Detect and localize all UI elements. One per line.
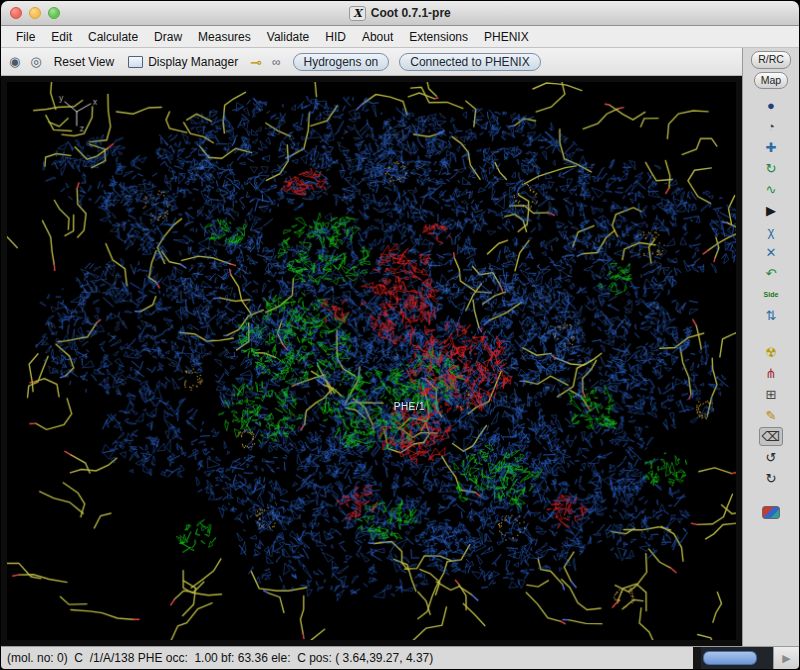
window-title: XCoot 0.7.1-pre (1, 6, 799, 20)
molecular-canvas[interactable] (7, 82, 736, 640)
redo-icon[interactable]: ↻ (759, 469, 783, 488)
reset-view-button[interactable]: Reset View (50, 54, 118, 70)
right-panel: R/RC Map ●◔✚↻∿▶χ✕↶Side⇅☢⋔⊞✎⌫↺↻ (742, 48, 799, 646)
go-to-ligand-icon[interactable]: ⊸ (248, 54, 264, 70)
menu-phenix[interactable]: PHENIX (477, 29, 536, 45)
map-button[interactable]: Map (754, 72, 788, 90)
menu-bar: File Edit Calculate Draw Measures Valida… (1, 26, 799, 48)
horizontal-scrollbar[interactable] (701, 647, 773, 669)
reset-view-label: Reset View (54, 55, 114, 69)
menu-draw[interactable]: Draw (147, 29, 189, 45)
rotate-translate-zone-icon[interactable]: ↻ (759, 159, 783, 178)
scroll-right-button[interactable]: ▶ (773, 647, 799, 669)
viewport-area: PHE/1 (1, 76, 742, 646)
orb-icon-1[interactable]: ◉ (7, 54, 22, 69)
menu-edit[interactable]: Edit (44, 29, 79, 45)
rigid-body-fit-icon[interactable]: ✚ (759, 138, 783, 157)
add-terminal-residue-icon[interactable]: ⊞ (759, 385, 783, 404)
display-manager-button[interactable]: Display Manager (124, 54, 242, 70)
right-icon-column: ●◔✚↻∿▶χ✕↶Side⇅☢⋔⊞✎⌫↺↻ (759, 96, 783, 519)
title-bar[interactable]: XCoot 0.7.1-pre (1, 1, 799, 26)
tandem-refine-icon[interactable]: ◔ (759, 117, 783, 136)
status-gap (693, 647, 701, 669)
torsion-general-icon[interactable]: ✕ (759, 243, 783, 262)
residue-label: PHE/1 (394, 401, 425, 412)
mutate-autofit-icon[interactable]: ☢ (759, 343, 783, 362)
menu-file[interactable]: File (9, 29, 42, 45)
auto-fit-rotamer-icon[interactable]: ∿ (759, 180, 783, 199)
place-atom-icon[interactable]: ✎ (759, 406, 783, 425)
refine-regularize-control-button[interactable]: R/RC (751, 51, 791, 69)
coot-window: XCoot 0.7.1-pre File Edit Calculate Draw… (0, 0, 800, 670)
status-bar-text: (mol. no: 0) C /1/A/138 PHE occ: 1.00 bf… (1, 647, 693, 669)
x11-icon: X (349, 6, 366, 21)
display-manager-label: Display Manager (148, 55, 238, 69)
menu-measures[interactable]: Measures (191, 29, 258, 45)
edit-chi-angles-icon[interactable]: χ (759, 222, 783, 241)
delete-item-icon[interactable]: ⌫ (759, 427, 783, 446)
main-toolbar: ◉ ◎ Reset View Display Manager ⊸ ∞ Hydro… (1, 48, 742, 76)
image-icon[interactable] (762, 506, 780, 519)
phenix-connection-button[interactable]: Connected to PHENIX (399, 53, 540, 71)
sphere-refine-icon[interactable]: ● (759, 96, 783, 115)
menu-hid[interactable]: HID (318, 29, 353, 45)
undo-icon[interactable]: ↺ (759, 448, 783, 467)
flip-peptide-icon[interactable]: ↶ (759, 264, 783, 283)
add-alt-conf-icon[interactable]: ⋔ (759, 364, 783, 383)
jed-flip-icon[interactable]: ⇅ (759, 306, 783, 325)
orb-icon-2[interactable]: ◎ (28, 54, 43, 69)
monitor-icon (128, 56, 143, 68)
menu-extensions[interactable]: Extensions (402, 29, 475, 45)
rotamers-icon[interactable]: ▶ (759, 201, 783, 220)
side-chain-180-icon[interactable]: Side (759, 285, 783, 304)
menu-validate[interactable]: Validate (260, 29, 316, 45)
scrollbar-thumb[interactable] (703, 651, 757, 665)
hydrogens-toggle-button[interactable]: Hydrogens on (293, 53, 390, 71)
menu-about[interactable]: About (355, 29, 400, 45)
go-to-atom-icon[interactable]: ∞ (270, 55, 283, 69)
status-row: (mol. no: 0) C /1/A/138 PHE occ: 1.00 bf… (1, 646, 799, 669)
menu-calculate[interactable]: Calculate (81, 29, 145, 45)
